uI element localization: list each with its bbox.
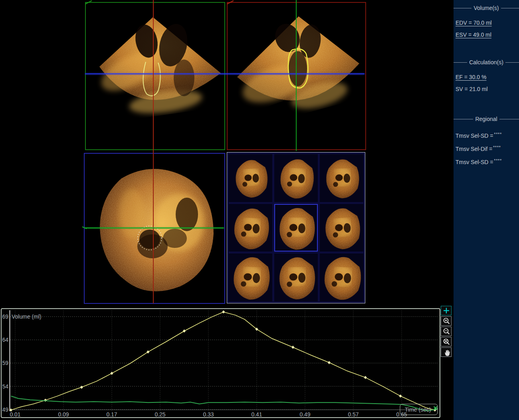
echo-view-short-axis[interactable] (84, 153, 225, 304)
slice-cell-9[interactable] (320, 254, 363, 301)
slice-echo-image (230, 155, 272, 201)
y-tick-label: 59 (2, 360, 8, 366)
slice-echo-image (320, 155, 363, 201)
x-axis-title: Time (sec) (405, 406, 431, 413)
slice-cell-6[interactable] (320, 204, 363, 252)
data-point-marker (183, 329, 186, 333)
x-tick-label: 0.17 (106, 411, 117, 418)
section-header-calculations: Calculation(s) (454, 59, 519, 65)
plus-icon (442, 307, 450, 315)
slice-echo-image (320, 254, 363, 301)
chart-toolbar (441, 306, 452, 357)
hand-icon (442, 348, 450, 356)
section-title: Calculation(s) (469, 59, 503, 65)
x-tick-label: 0.57 (348, 411, 359, 418)
zoom-off-button[interactable] (441, 337, 452, 347)
volume-time-chart[interactable]: 69645954490.010.090.170.250.330.410.490.… (1, 308, 441, 418)
data-point-marker (399, 394, 402, 398)
data-point-marker (147, 350, 149, 353)
slice-echo-image (274, 254, 318, 301)
slice-echo-image (274, 155, 318, 202)
zoom-in-button[interactable] (441, 316, 452, 326)
x-tick-label: 0.09 (58, 411, 69, 418)
measurement-esv[interactable]: ESV = 49.0 ml (454, 29, 519, 41)
data-point-marker (222, 310, 225, 313)
measurement-tmsv-sel-sd-1: Tmsv Sel-SD =**** (454, 129, 519, 142)
slice-cell-3[interactable] (320, 154, 363, 202)
echo-image-sax (85, 154, 224, 303)
measurement-ef[interactable]: EF = 30.0 % (454, 71, 519, 83)
slice-cell-2[interactable] (274, 154, 318, 202)
crosshair-red-vertical-top[interactable] (153, 0, 154, 153)
x-tick-label: 0.33 (203, 411, 214, 418)
slice-cells (227, 153, 365, 303)
section-title: Regional (475, 116, 497, 122)
crosshair-blue-horizontal[interactable] (85, 73, 364, 74)
data-point-marker (364, 376, 367, 379)
section-header-regional: Regional (454, 116, 519, 122)
slice-echo-image (274, 204, 318, 252)
zoom-in-icon (442, 317, 450, 325)
section-title: Volume(s) (473, 5, 499, 11)
application-window: 69645954490.010.090.170.250.330.410.490.… (0, 0, 519, 420)
reference-curve (11, 396, 438, 411)
slice-cell-5[interactable] (274, 204, 318, 252)
y-tick-label: 69 (2, 313, 8, 320)
data-point-marker (110, 372, 113, 375)
echo-view-apical-green[interactable] (85, 2, 225, 150)
data-point-marker (328, 361, 331, 364)
slice-cell-7[interactable] (229, 254, 272, 301)
crosshair-green-vertical[interactable] (296, 0, 297, 151)
y-tick-label: 54 (2, 383, 8, 390)
crosshair-green-horizontal[interactable] (85, 228, 224, 228)
slice-cell-8[interactable] (274, 254, 318, 301)
x-tick-label: 0.25 (155, 411, 165, 418)
measurement-sv: SV = 21.0 ml (454, 83, 519, 95)
data-point-marker (44, 399, 47, 402)
chart-title: Volume (ml) (12, 313, 42, 320)
pan-button[interactable] (441, 347, 452, 357)
slice-echo-image (320, 204, 363, 252)
zoom-out-button[interactable] (441, 327, 452, 336)
zoom-out-icon (442, 327, 450, 335)
lv-volume-curve (11, 312, 435, 410)
x-tick-label: 0.49 (299, 411, 310, 418)
slice-grid-panel (227, 152, 365, 303)
measurements-sidebar: Volume(s) EDV = 70.0 ml ESV = 49.0 ml Ca… (454, 0, 519, 420)
y-tick-label: 64 (2, 337, 8, 343)
zoom-off-icon (442, 338, 450, 346)
measurement-tmsv-sel-sd-2: Tmsv Sel-SD =**** (454, 155, 519, 168)
y-tick-label: 49 (2, 406, 8, 413)
slice-echo-image (229, 204, 272, 252)
slice-cell-4[interactable] (229, 204, 272, 252)
echo-image-apical-1 (86, 3, 224, 149)
measurement-edv[interactable]: EDV = 70.0 ml (454, 17, 519, 29)
x-tick-label: 0.01 (10, 411, 20, 418)
add-button[interactable] (441, 306, 452, 315)
slice-cell-1[interactable] (229, 154, 272, 202)
measurement-tmsv-sel-dif: Tmsv Sel-Dif =**** (454, 142, 519, 155)
x-tick-label: 0.41 (251, 411, 262, 418)
section-header-volumes: Volume(s) (454, 5, 519, 11)
slice-echo-image (229, 254, 272, 301)
data-point-marker (291, 346, 294, 349)
chart-canvas[interactable]: 69645954490.010.090.170.250.330.410.490.… (1, 308, 441, 418)
